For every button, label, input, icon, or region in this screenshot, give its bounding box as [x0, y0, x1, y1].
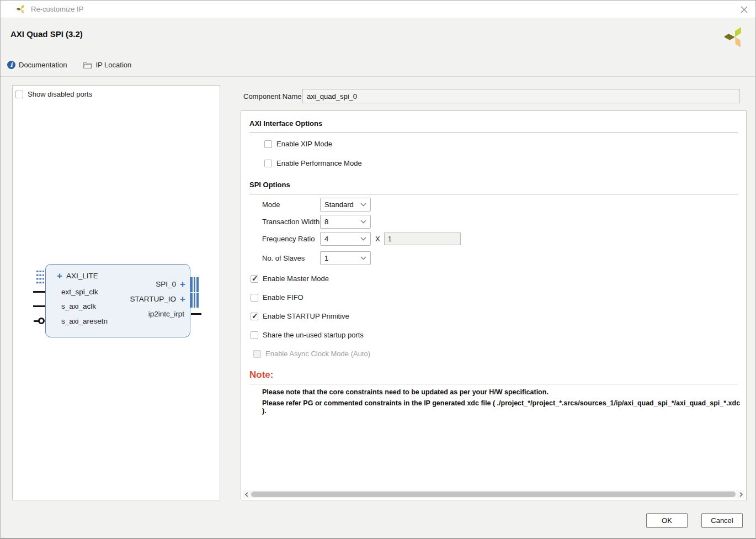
- page-title: AXI Quad SPI (3.2): [10, 29, 83, 39]
- component-name-input[interactable]: axi_quad_spi_0: [302, 89, 740, 103]
- options-panel: AXI Interface Options Enable XIP Mode En…: [241, 110, 747, 500]
- enable-xip-mode-checkbox[interactable]: [264, 140, 272, 148]
- scroll-right-icon[interactable]: [737, 490, 744, 498]
- expand-plus-icon[interactable]: +: [180, 294, 185, 304]
- no-of-slaves-row: No. of Slaves 1: [262, 251, 371, 265]
- port-spi-0[interactable]: SPI_0 +: [156, 279, 185, 289]
- enable-master-mode-checkbox[interactable]: [251, 275, 258, 283]
- ip-location-button[interactable]: IP Location: [83, 61, 131, 69]
- frequency-ratio-dropdown[interactable]: 4: [320, 232, 371, 246]
- window-title: Re-customize IP: [31, 5, 83, 13]
- startup-io-bus-icon: [190, 293, 200, 308]
- show-disabled-ports-row: Show disabled ports: [15, 90, 92, 98]
- expand-plus-icon[interactable]: +: [180, 279, 185, 289]
- port-label: STARTUP_IO: [130, 295, 177, 303]
- port-label: AXI_LITE: [66, 272, 98, 280]
- multiplier-x-label: X: [375, 235, 380, 243]
- no-of-slaves-dropdown[interactable]: 1: [320, 251, 371, 265]
- toolbar: i Documentation IP Location: [7, 58, 131, 71]
- enable-async-clock-mode-row: Enable Async Clock Mode (Auto): [253, 350, 370, 358]
- port-label: s_axi_aclk: [61, 302, 96, 310]
- port-startup-io[interactable]: STARTUP_IO +: [130, 294, 185, 304]
- dropdown-value: 1: [324, 254, 360, 262]
- spi-options-title: SPI Options: [249, 181, 290, 189]
- port-s-axi-aresetn[interactable]: s_axi_aresetn: [61, 317, 108, 325]
- ip2intc-irpt-stub: [191, 313, 201, 315]
- transaction-width-dropdown[interactable]: 8: [320, 215, 371, 229]
- dropdown-value: 4: [324, 235, 360, 243]
- multiplier-value: 1: [388, 235, 392, 243]
- port-label: ip2intc_irpt: [148, 310, 184, 318]
- no-of-slaves-label: No. of Slaves: [262, 254, 320, 262]
- active-low-ring-icon: [38, 318, 45, 324]
- enable-master-mode-row: Enable Master Mode: [251, 274, 329, 283]
- share-unused-startup-ports-row: Share the un-used startup ports: [251, 331, 364, 339]
- port-label: SPI_0: [156, 280, 176, 288]
- enable-xip-mode-row: Enable XIP Mode: [264, 140, 332, 148]
- checkbox-label: Enable Async Clock Mode (Auto): [265, 350, 370, 358]
- note-line-1: Please note that the core constraints ne…: [262, 388, 549, 396]
- transaction-width-label: Transaction Width: [262, 218, 320, 226]
- mode-label: Mode: [262, 200, 320, 209]
- xilinx-logo-icon: [725, 27, 746, 47]
- ip-block: + AXI_LITE ext_spi_clk s_axi_aclk s_axi_…: [45, 264, 190, 337]
- toolbar-separator: [1, 76, 755, 77]
- port-ip2intc-irpt[interactable]: ip2intc_irpt: [148, 310, 184, 318]
- horizontal-scrollbar[interactable]: [243, 490, 744, 498]
- close-icon[interactable]: [739, 4, 749, 14]
- dropdown-value: Standard: [324, 200, 360, 209]
- expand-plus-icon[interactable]: +: [57, 271, 62, 281]
- enable-async-clock-mode-checkbox: [253, 350, 261, 358]
- note-title: Note:: [249, 369, 273, 381]
- folder-icon: [83, 61, 92, 68]
- vivado-logo-icon: [17, 4, 26, 14]
- port-label: s_axi_aresetn: [61, 317, 108, 325]
- note-line-2: Please refer PG or commented constraints…: [262, 399, 746, 415]
- cancel-button[interactable]: Cancel: [701, 513, 743, 528]
- enable-fifo-checkbox[interactable]: [251, 294, 258, 302]
- enable-performance-mode-checkbox[interactable]: [264, 160, 272, 167]
- axi-lite-interface-stub-icon: [36, 270, 44, 284]
- show-disabled-ports-label: Show disabled ports: [28, 90, 92, 98]
- mode-row: Mode Standard: [262, 198, 371, 212]
- port-ext-spi-clk[interactable]: ext_spi_clk: [61, 288, 98, 296]
- info-icon: i: [7, 61, 15, 69]
- checkbox-label: Enable STARTUP Primitive: [263, 312, 349, 320]
- section-rule: [249, 194, 738, 194]
- mode-dropdown[interactable]: Standard: [320, 198, 371, 212]
- enable-performance-mode-row: Enable Performance Mode: [264, 159, 362, 167]
- transaction-width-row: Transaction Width 8: [262, 215, 371, 229]
- share-unused-startup-ports-checkbox[interactable]: [251, 331, 258, 339]
- axi-options-title: AXI Interface Options: [249, 119, 322, 128]
- spi0-bus-icon: [190, 277, 200, 292]
- port-s-axi-aclk[interactable]: s_axi_aclk: [61, 302, 96, 310]
- frequency-ratio-label: Frequency Ratio: [262, 235, 320, 243]
- scrollbar-thumb[interactable]: [251, 492, 736, 497]
- checkbox-label: Enable Performance Mode: [276, 159, 362, 167]
- show-disabled-ports-checkbox[interactable]: [15, 91, 23, 98]
- enable-startup-primitive-row: Enable STARTUP Primitive: [251, 312, 349, 320]
- checkbox-label: Enable FIFO: [263, 293, 304, 302]
- port-label: ext_spi_clk: [61, 288, 98, 296]
- recustomize-ip-dialog: Re-customize IP AXI Quad SPI (3.2) i Doc…: [0, 0, 756, 539]
- section-rule: [249, 133, 738, 133]
- chevron-down-icon: [360, 220, 366, 224]
- port-axi-lite[interactable]: + AXI_LITE: [57, 271, 98, 281]
- chevron-down-icon: [360, 237, 366, 241]
- scroll-left-icon[interactable]: [243, 490, 250, 498]
- s-axi-aclk-stub: [33, 305, 46, 307]
- enable-startup-primitive-checkbox[interactable]: [251, 313, 258, 320]
- frequency-multiplier-input[interactable]: 1: [384, 232, 461, 245]
- ext-spi-clk-stub: [33, 291, 46, 293]
- chevron-down-icon: [360, 256, 366, 260]
- checkbox-label: Enable Master Mode: [263, 274, 329, 283]
- chevron-down-icon: [360, 203, 366, 207]
- ok-button[interactable]: OK: [646, 513, 688, 528]
- frequency-ratio-row: Frequency Ratio 4 X 1: [262, 232, 461, 246]
- checkbox-label: Share the un-used startup ports: [263, 331, 364, 339]
- documentation-button[interactable]: i Documentation: [7, 61, 67, 69]
- block-diagram-panel: Show disabled ports + AXI_LITE ext_spi_c…: [12, 85, 220, 500]
- enable-fifo-row: Enable FIFO: [251, 293, 304, 302]
- component-name-label: Component Name: [243, 92, 302, 101]
- note-rule: [249, 384, 738, 384]
